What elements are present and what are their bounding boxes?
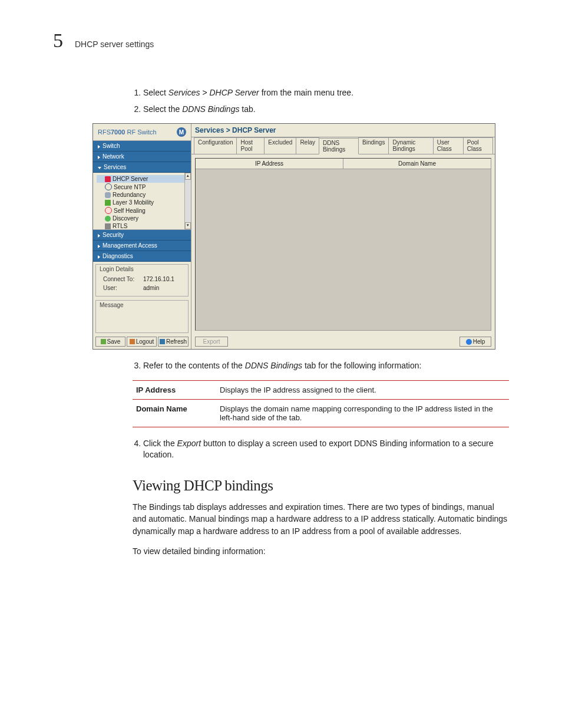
step-3: Refer to the contents of the DDNS Bindin… bbox=[143, 360, 509, 372]
tab-dynamic-bindings[interactable]: Dynamic Bindings bbox=[388, 137, 433, 154]
table-row: Domain Name Displays the domain name map… bbox=[133, 399, 509, 427]
nav-management-access[interactable]: Management Access bbox=[93, 241, 191, 251]
step-4: Click the Export button to display a scr… bbox=[143, 438, 509, 461]
product-title: RFS7000 RF Switch M bbox=[93, 124, 191, 141]
data-grid: IP Address Domain Name bbox=[195, 158, 491, 331]
procedure-steps-4: Click the Export button to display a scr… bbox=[133, 438, 509, 461]
tab-configuration[interactable]: Configuration bbox=[194, 137, 237, 154]
section-title: DHCP server settings bbox=[75, 39, 154, 49]
tree-item-discovery[interactable]: Discovery bbox=[97, 215, 191, 222]
connect-to-value: 172.16.10.1 bbox=[143, 276, 174, 282]
subsection-heading: Viewing DHCP bindings bbox=[133, 477, 509, 494]
column-domain-name[interactable]: Domain Name bbox=[343, 159, 491, 169]
healing-icon bbox=[105, 207, 112, 214]
term-ip-address: IP Address bbox=[133, 380, 216, 399]
field-info-table: IP Address Displays the IP address assig… bbox=[133, 380, 509, 427]
column-ip-address[interactable]: IP Address bbox=[196, 159, 343, 169]
tab-excluded[interactable]: Excluded bbox=[264, 137, 296, 154]
screenshot-sidebar: RFS7000 RF Switch M Switch Network Servi… bbox=[93, 124, 191, 349]
desc-ip-address: Displays the IP address assigned to the … bbox=[216, 380, 509, 399]
tree-item-dhcp-server[interactable]: DHCP Server bbox=[97, 175, 191, 183]
chevron-down-icon bbox=[98, 167, 101, 169]
logout-icon bbox=[130, 339, 135, 344]
chevron-right-icon bbox=[98, 255, 100, 259]
save-button[interactable]: Save bbox=[95, 337, 125, 347]
tree-item-rtls[interactable]: RTLS bbox=[97, 222, 191, 230]
chevron-right-icon bbox=[98, 234, 100, 238]
procedure-steps-3: Refer to the contents of the DDNS Bindin… bbox=[133, 360, 509, 372]
refresh-button[interactable]: Refresh bbox=[158, 337, 189, 347]
logo-icon: M bbox=[177, 127, 186, 137]
nav-diagnostics[interactable]: Diagnostics bbox=[93, 251, 191, 262]
tab-bar: Configuration Host Pool Excluded Relay D… bbox=[191, 137, 495, 154]
chevron-right-icon bbox=[98, 245, 100, 248]
subsection-paragraph-2: To view detailed binding information: bbox=[133, 545, 509, 557]
page-header: 5 DHCP server settings bbox=[53, 29, 509, 52]
server-icon bbox=[105, 176, 111, 182]
grid-header: IP Address Domain Name bbox=[196, 159, 491, 169]
chevron-right-icon bbox=[98, 156, 100, 159]
table-row: IP Address Displays the IP address assig… bbox=[133, 380, 509, 399]
discovery-icon bbox=[105, 216, 111, 222]
save-icon bbox=[101, 339, 106, 344]
scroll-up-icon[interactable]: ▴ bbox=[185, 173, 191, 180]
step-2: Select the DDNS Bindings tab. bbox=[143, 104, 509, 116]
export-button[interactable]: Export bbox=[195, 337, 228, 347]
tab-ddns-bindings[interactable]: DDNS Bindings bbox=[319, 138, 359, 154]
refresh-icon bbox=[160, 339, 165, 344]
tab-relay[interactable]: Relay bbox=[296, 137, 319, 154]
mobility-icon bbox=[105, 200, 111, 206]
scroll-down-icon[interactable]: ▾ bbox=[185, 222, 191, 229]
tab-bindings[interactable]: Bindings bbox=[358, 137, 389, 154]
nav-services[interactable]: Services bbox=[93, 162, 191, 173]
logout-button[interactable]: Logout bbox=[127, 337, 157, 347]
desc-domain-name: Displays the domain name mapping corresp… bbox=[216, 399, 509, 427]
cloud-icon bbox=[105, 192, 111, 198]
tree-item-secure-ntp[interactable]: Secure NTP bbox=[97, 183, 191, 191]
breadcrumb: Services > DHCP Server bbox=[191, 124, 495, 137]
tree-scrollbar[interactable]: ▴ ▾ bbox=[184, 173, 191, 229]
step-1: Select Services > DHCP Server from the m… bbox=[143, 87, 509, 99]
tab-user-class[interactable]: User Class bbox=[433, 137, 464, 154]
rtls-icon bbox=[105, 223, 111, 229]
term-domain-name: Domain Name bbox=[133, 399, 216, 427]
procedure-steps-top: Select Services > DHCP Server from the m… bbox=[133, 87, 509, 115]
help-button[interactable]: Help bbox=[459, 337, 491, 347]
message-panel: Message bbox=[95, 300, 189, 333]
tree-item-self-healing[interactable]: Self Healing bbox=[97, 206, 191, 215]
tab-pool-class[interactable]: Pool Class bbox=[463, 137, 493, 154]
app-screenshot: RFS7000 RF Switch M Switch Network Servi… bbox=[92, 123, 495, 350]
screenshot-main: Services > DHCP Server Configuration Hos… bbox=[191, 124, 495, 349]
tree-item-redundancy[interactable]: Redundancy bbox=[97, 191, 191, 199]
grid-body-empty bbox=[196, 169, 491, 330]
tree-item-l3-mobility[interactable]: Layer 3 Mobility bbox=[97, 199, 191, 206]
connect-to-label: Connect To: bbox=[103, 276, 140, 282]
services-tree: DHCP Server Secure NTP Redundancy Layer … bbox=[93, 173, 191, 230]
user-value: admin bbox=[143, 285, 159, 291]
nav-network[interactable]: Network bbox=[93, 151, 191, 162]
login-details-panel: Login Details Connect To: 172.16.10.1 Us… bbox=[95, 264, 189, 297]
user-label: User: bbox=[103, 285, 140, 291]
nav-security[interactable]: Security bbox=[93, 230, 191, 241]
tab-host-pool[interactable]: Host Pool bbox=[236, 137, 265, 154]
help-icon bbox=[466, 339, 472, 345]
nav-switch[interactable]: Switch bbox=[93, 141, 191, 151]
chevron-right-icon bbox=[98, 145, 100, 149]
clock-icon bbox=[105, 183, 112, 190]
chapter-number: 5 bbox=[53, 29, 63, 52]
subsection-paragraph-1: The Bindings tab displays addresses and … bbox=[133, 501, 509, 537]
